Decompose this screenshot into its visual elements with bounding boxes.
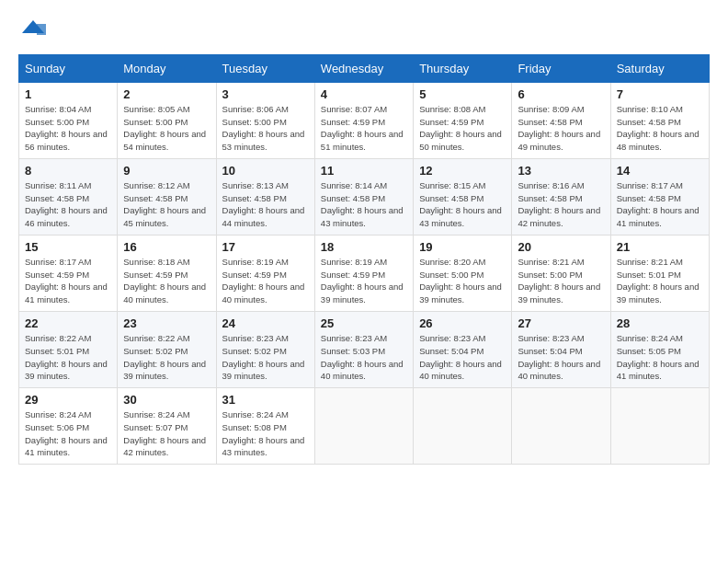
day-info: Sunrise: 8:21 AM Sunset: 5:00 PM Dayligh… (518, 256, 604, 306)
daylight-label: Daylight: 8 hours and 39 minutes. (25, 359, 108, 382)
day-info: Sunrise: 8:23 AM Sunset: 5:04 PM Dayligh… (518, 332, 604, 383)
calendar-day-cell: 1 Sunrise: 8:04 AM Sunset: 5:00 PM Dayli… (19, 82, 118, 158)
day-number: 6 (518, 87, 604, 101)
day-info: Sunrise: 8:10 AM Sunset: 4:58 PM Dayligh… (617, 103, 703, 154)
day-number: 9 (123, 164, 210, 178)
day-info: Sunrise: 8:24 AM Sunset: 5:08 PM Dayligh… (222, 408, 309, 459)
sunrise-label: Sunrise: 8:11 AM (25, 180, 91, 190)
calendar-week-row: 15 Sunrise: 8:17 AM Sunset: 4:59 PM Dayl… (19, 235, 710, 311)
day-info: Sunrise: 8:12 AM Sunset: 4:58 PM Dayligh… (123, 179, 210, 230)
sunrise-label: Sunrise: 8:13 AM (222, 180, 289, 190)
day-info: Sunrise: 8:22 AM Sunset: 5:01 PM Dayligh… (25, 332, 111, 383)
sunrise-label: Sunrise: 8:23 AM (419, 333, 485, 343)
sunset-label: Sunset: 4:59 PM (123, 270, 188, 280)
day-info: Sunrise: 8:24 AM Sunset: 5:07 PM Dayligh… (123, 408, 210, 459)
calendar-day-cell: 17 Sunrise: 8:19 AM Sunset: 4:59 PM Dayl… (216, 235, 314, 311)
sunrise-label: Sunrise: 8:05 AM (123, 104, 189, 114)
calendar-day-cell: 18 Sunrise: 8:19 AM Sunset: 4:59 PM Dayl… (314, 235, 413, 311)
calendar-day-cell: 28 Sunrise: 8:24 AM Sunset: 5:05 PM Dayl… (610, 311, 709, 387)
sunrise-label: Sunrise: 8:20 AM (419, 257, 485, 267)
day-info: Sunrise: 8:20 AM Sunset: 5:00 PM Dayligh… (419, 256, 506, 306)
calendar-day-cell: 2 Sunrise: 8:05 AM Sunset: 5:00 PM Dayli… (118, 82, 216, 158)
sunrise-label: Sunrise: 8:08 AM (419, 104, 485, 114)
sunset-label: Sunset: 4:59 PM (321, 270, 385, 280)
day-number: 27 (518, 316, 604, 330)
daylight-label: Daylight: 8 hours and 42 minutes. (123, 435, 206, 458)
calendar-day-cell: 20 Sunrise: 8:21 AM Sunset: 5:00 PM Dayl… (512, 235, 610, 311)
day-number: 13 (518, 164, 604, 178)
calendar-day-cell: 15 Sunrise: 8:17 AM Sunset: 4:59 PM Dayl… (19, 235, 118, 311)
day-number: 22 (25, 316, 111, 330)
sunset-label: Sunset: 5:05 PM (617, 346, 681, 356)
sunset-label: Sunset: 5:00 PM (419, 270, 483, 280)
sunset-label: Sunset: 4:59 PM (222, 270, 287, 280)
daylight-label: Daylight: 8 hours and 40 minutes. (123, 282, 206, 304)
empty-cell (314, 388, 413, 465)
calendar-day-cell: 4 Sunrise: 8:07 AM Sunset: 4:59 PM Dayli… (314, 82, 413, 158)
sunrise-label: Sunrise: 8:19 AM (321, 257, 387, 267)
day-number: 24 (222, 316, 309, 330)
day-number: 28 (617, 316, 703, 330)
daylight-label: Daylight: 8 hours and 40 minutes. (419, 359, 502, 382)
day-info: Sunrise: 8:22 AM Sunset: 5:02 PM Dayligh… (123, 332, 210, 383)
sunrise-label: Sunrise: 8:24 AM (222, 409, 289, 419)
day-number: 5 (419, 87, 506, 101)
day-info: Sunrise: 8:15 AM Sunset: 4:58 PM Dayligh… (419, 179, 506, 230)
sunset-label: Sunset: 5:00 PM (518, 270, 582, 280)
sunset-label: Sunset: 4:59 PM (25, 270, 89, 280)
sunrise-label: Sunrise: 8:21 AM (518, 257, 584, 267)
day-info: Sunrise: 8:19 AM Sunset: 4:59 PM Dayligh… (321, 256, 407, 306)
sunrise-label: Sunrise: 8:23 AM (321, 333, 387, 343)
day-info: Sunrise: 8:05 AM Sunset: 5:00 PM Dayligh… (123, 103, 210, 154)
day-number: 14 (617, 164, 703, 178)
sunrise-label: Sunrise: 8:16 AM (518, 180, 584, 190)
daylight-label: Daylight: 8 hours and 40 minutes. (222, 282, 305, 304)
sunrise-label: Sunrise: 8:23 AM (518, 333, 584, 343)
calendar-day-cell: 8 Sunrise: 8:11 AM Sunset: 4:58 PM Dayli… (19, 158, 118, 235)
sunset-label: Sunset: 5:01 PM (617, 270, 681, 280)
day-info: Sunrise: 8:11 AM Sunset: 4:58 PM Dayligh… (25, 179, 111, 230)
calendar-day-cell: 6 Sunrise: 8:09 AM Sunset: 4:58 PM Dayli… (512, 82, 610, 158)
daylight-label: Daylight: 8 hours and 56 minutes. (25, 129, 108, 152)
daylight-label: Daylight: 8 hours and 39 minutes. (617, 282, 700, 304)
sunset-label: Sunset: 5:07 PM (123, 422, 188, 432)
sunrise-label: Sunrise: 8:22 AM (25, 333, 91, 343)
calendar-day-cell: 26 Sunrise: 8:23 AM Sunset: 5:04 PM Dayl… (414, 311, 512, 387)
day-number: 19 (419, 240, 506, 254)
daylight-label: Daylight: 8 hours and 54 minutes. (123, 129, 206, 152)
day-info: Sunrise: 8:16 AM Sunset: 4:58 PM Dayligh… (518, 179, 604, 230)
daylight-label: Daylight: 8 hours and 41 minutes. (617, 205, 700, 228)
day-number: 29 (25, 393, 111, 407)
sunrise-label: Sunrise: 8:19 AM (222, 257, 289, 267)
sunrise-label: Sunrise: 8:21 AM (617, 257, 683, 267)
calendar-day-cell: 12 Sunrise: 8:15 AM Sunset: 4:58 PM Dayl… (414, 158, 512, 235)
day-info: Sunrise: 8:18 AM Sunset: 4:59 PM Dayligh… (123, 256, 210, 306)
daylight-label: Daylight: 8 hours and 39 minutes. (123, 359, 206, 382)
calendar-day-cell: 29 Sunrise: 8:24 AM Sunset: 5:06 PM Dayl… (19, 388, 118, 465)
sunset-label: Sunset: 4:58 PM (222, 193, 287, 203)
calendar-day-cell: 10 Sunrise: 8:13 AM Sunset: 4:58 PM Dayl… (216, 158, 314, 235)
sunrise-label: Sunrise: 8:24 AM (25, 409, 91, 419)
daylight-label: Daylight: 8 hours and 40 minutes. (518, 359, 600, 382)
sunrise-label: Sunrise: 8:24 AM (123, 409, 189, 419)
weekday-header-tuesday: Tuesday (216, 54, 314, 82)
sunset-label: Sunset: 5:00 PM (222, 117, 287, 127)
calendar-day-cell: 11 Sunrise: 8:14 AM Sunset: 4:58 PM Dayl… (314, 158, 413, 235)
day-number: 25 (321, 316, 407, 330)
calendar-day-cell: 5 Sunrise: 8:08 AM Sunset: 4:59 PM Dayli… (414, 82, 512, 158)
sunset-label: Sunset: 4:58 PM (518, 193, 582, 203)
sunrise-label: Sunrise: 8:15 AM (419, 180, 485, 190)
sunset-label: Sunset: 4:58 PM (321, 193, 385, 203)
daylight-label: Daylight: 8 hours and 43 minutes. (419, 205, 502, 228)
day-number: 31 (222, 393, 309, 407)
daylight-label: Daylight: 8 hours and 49 minutes. (518, 129, 600, 152)
sunset-label: Sunset: 5:04 PM (518, 346, 582, 356)
day-number: 4 (321, 87, 407, 101)
day-info: Sunrise: 8:23 AM Sunset: 5:03 PM Dayligh… (321, 332, 407, 383)
daylight-label: Daylight: 8 hours and 41 minutes. (25, 435, 108, 458)
weekday-header-saturday: Saturday (610, 54, 709, 82)
day-number: 18 (321, 240, 407, 254)
weekday-header-monday: Monday (118, 54, 216, 82)
sunset-label: Sunset: 5:06 PM (25, 422, 89, 432)
sunrise-label: Sunrise: 8:12 AM (123, 180, 189, 190)
